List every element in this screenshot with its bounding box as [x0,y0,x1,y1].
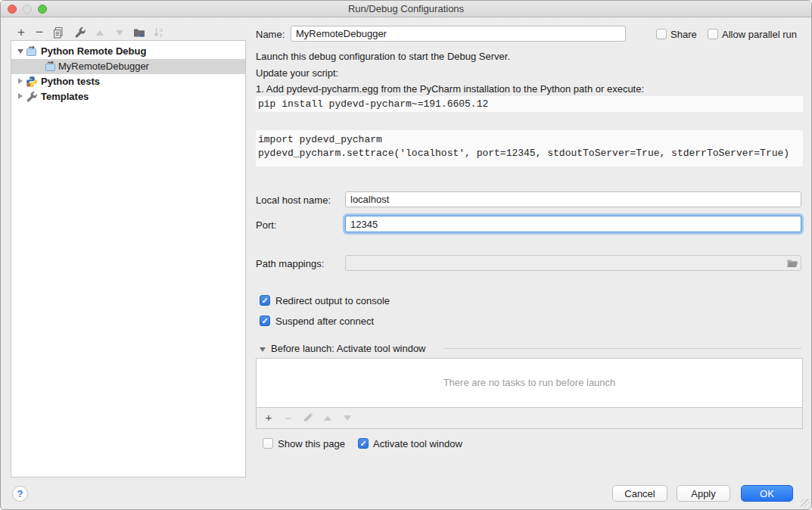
show-this-page-label: Show this page [278,438,345,450]
before-launch-task-list[interactable]: There are no tasks to run before launch [256,358,803,408]
window-title: Run/Debug Configurations [1,1,811,17]
move-up-icon [96,30,104,36]
suspend-after-connect-label: Suspend after connect [275,316,374,328]
redirect-output-checkbox[interactable] [260,295,270,306]
move-up-button[interactable] [93,26,107,39]
before-launch-title: Before launch: Activate tool window [271,343,426,354]
python-tests-icon [26,76,38,88]
local-host-name-input[interactable] [345,191,801,207]
share-checkbox[interactable] [656,29,667,39]
tree-item-label: Python Remote Debug [41,44,146,59]
before-launch-collapse-icon[interactable] [260,347,266,352]
allow-parallel-run-checkbox[interactable] [708,29,718,39]
move-down-icon [116,30,123,36]
apply-button[interactable]: Apply [677,485,730,502]
move-task-down-button[interactable] [341,412,353,424]
show-this-page-checkbox[interactable] [263,438,273,449]
open-folder-icon[interactable] [786,257,798,269]
share-label: Share [670,29,697,41]
run-debug-configurations-dialog: Run/Debug Configurations + − a z [0,0,812,510]
add-configuration-button[interactable]: + [14,26,28,39]
edit-templates-button[interactable] [73,26,87,39]
tree-item-python-tests[interactable]: Python tests [11,74,245,89]
empty-tasks-message: There are no tasks to run before launch [257,377,802,388]
edit-task-button[interactable] [302,412,314,424]
path-mappings-input[interactable] [345,255,801,271]
path-mappings-label: Path mappings: [256,258,324,269]
wrench-icon [74,26,86,39]
before-launch-toolbar: + − [256,408,803,429]
redirect-output-label: Redirect output to console [275,295,390,307]
run-config-icon [45,61,57,73]
new-folder-button[interactable] [132,26,146,39]
tree-item-python-remote-debug[interactable]: Python Remote Debug [11,44,245,59]
port-label: Port: [256,219,276,231]
help-button[interactable]: ? [12,486,28,502]
name-input[interactable] [291,26,626,42]
tree-item-templates[interactable]: Templates [11,89,245,104]
chevron-right-icon[interactable] [18,78,23,84]
section-divider [443,348,801,349]
ok-button[interactable]: OK [741,485,793,502]
tree-item-my-remote-debugger[interactable]: MyRemoteDebugger [11,59,245,74]
allow-parallel-run-label: Allow parallel run [722,29,797,41]
remove-icon: − [36,27,43,38]
svg-text:z: z [160,33,163,38]
copy-configuration-button[interactable] [51,26,65,39]
run-config-icon [26,45,38,58]
activate-tool-window-checkbox[interactable] [358,438,369,449]
help-icon: ? [17,488,23,499]
remove-task-button[interactable]: − [282,412,294,424]
suspend-after-connect-checkbox[interactable] [260,316,270,326]
move-down-button[interactable] [113,26,126,39]
activate-tool-window-label: Activate tool window [373,438,462,450]
move-task-up-button[interactable] [322,412,334,424]
settrace-code[interactable]: import pydevd_pycharmpydevd_pycharm.sett… [256,130,803,166]
chevron-down-icon[interactable] [17,49,23,54]
update-script-text: Update your script: [256,67,338,79]
add-icon: + [266,412,272,424]
sort-alphabetically-icon: a z [153,26,165,39]
tree-item-label: Templates [41,89,89,104]
resize-grip[interactable] [801,499,810,508]
svg-text:a: a [160,27,163,33]
tree-item-label: MyRemoteDebugger [58,59,149,74]
move-up-icon [324,415,331,421]
add-task-button[interactable]: + [263,412,275,424]
add-icon: + [17,26,25,39]
sort-configurations-button[interactable]: a z [152,26,166,39]
intro-text: Launch this debug configuration to start… [256,51,510,62]
name-label: Name: [256,29,285,40]
cancel-button[interactable]: Cancel [612,485,667,502]
port-input[interactable] [345,216,801,232]
titlebar[interactable]: Run/Debug Configurations [1,1,811,17]
chevron-right-icon[interactable] [18,93,23,99]
pencil-icon [303,412,313,423]
configurations-tree[interactable]: Python Remote Debug MyRemoteDebugger Pyt… [11,40,246,477]
local-host-name-label: Local host name: [256,194,331,206]
remove-icon: − [285,412,292,424]
pip-install-code[interactable]: pip install pydevd-pycharm~=191.6605.12 [256,96,803,112]
step1-text: 1. Add pydevd-pycharm.egg from the PyCha… [256,83,644,95]
new-folder-icon [133,26,145,39]
settrace-code-line1: import pydevd_pycharm [258,134,382,145]
copy-icon [52,26,64,39]
remove-configuration-button[interactable]: − [33,26,46,39]
tree-item-label: Python tests [41,74,100,89]
wrench-icon [26,91,38,103]
move-down-icon [344,415,351,421]
settrace-code-line2: pydevd_pycharm.settrace('localhost', por… [258,148,789,159]
